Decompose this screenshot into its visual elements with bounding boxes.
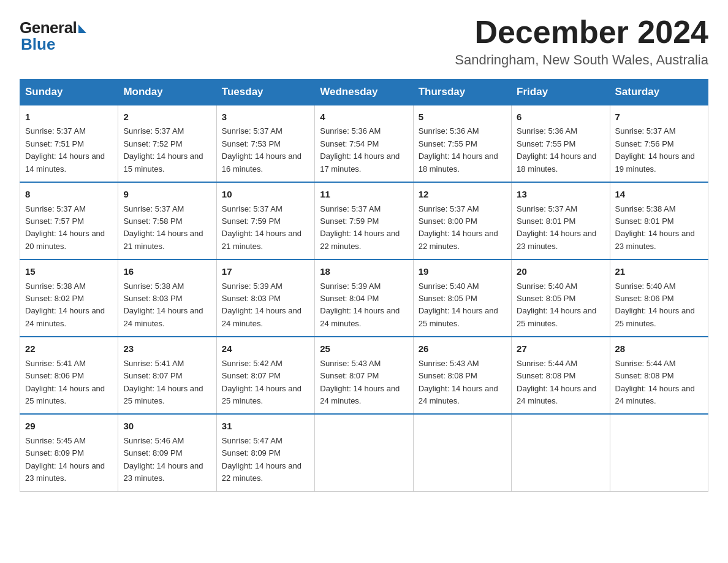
day-number: 17 [222,264,309,278]
day-info: Sunrise: 5:40 AMSunset: 8:05 PMDaylight:… [419,282,498,328]
day-info: Sunrise: 5:36 AMSunset: 7:55 PMDaylight:… [517,126,596,173]
day-info: Sunrise: 5:40 AMSunset: 8:05 PMDaylight:… [517,282,596,328]
day-info: Sunrise: 5:38 AMSunset: 8:03 PMDaylight:… [123,282,203,328]
logo-arrow-icon [78,25,86,33]
header-friday: Friday [512,80,610,105]
calendar-cell: 26Sunrise: 5:43 AMSunset: 8:08 PMDayligh… [413,337,511,414]
calendar-cell: 5Sunrise: 5:36 AMSunset: 7:55 PMDaylight… [413,105,511,182]
calendar-week-row: 15Sunrise: 5:38 AMSunset: 8:02 PMDayligh… [20,259,708,337]
day-number: 27 [517,342,604,356]
header-wednesday: Wednesday [315,80,413,105]
calendar-cell: 13Sunrise: 5:37 AMSunset: 8:01 PMDayligh… [512,182,610,259]
day-info: Sunrise: 5:37 AMSunset: 7:52 PMDaylight:… [123,126,203,173]
day-number: 5 [419,110,506,124]
calendar-cell: 3Sunrise: 5:37 AMSunset: 7:53 PMDaylight… [216,105,314,182]
calendar-week-row: 29Sunrise: 5:45 AMSunset: 8:09 PMDayligh… [20,414,708,491]
day-number: 24 [222,342,309,356]
calendar-cell: 11Sunrise: 5:37 AMSunset: 7:59 PMDayligh… [315,182,413,259]
calendar-cell: 4Sunrise: 5:36 AMSunset: 7:54 PMDaylight… [315,105,413,182]
day-number: 19 [419,264,506,278]
calendar-cell: 28Sunrise: 5:44 AMSunset: 8:08 PMDayligh… [610,337,708,414]
calendar-cell: 27Sunrise: 5:44 AMSunset: 8:08 PMDayligh… [512,337,610,414]
day-number: 23 [123,342,211,356]
calendar-title: December 2024 [455,15,708,50]
calendar-week-row: 8Sunrise: 5:37 AMSunset: 7:57 PMDaylight… [20,182,708,259]
day-info: Sunrise: 5:47 AMSunset: 8:09 PMDaylight:… [222,436,301,483]
day-number: 9 [123,187,211,201]
calendar-cell: 1Sunrise: 5:37 AMSunset: 7:51 PMDaylight… [20,105,118,182]
day-info: Sunrise: 5:39 AMSunset: 8:03 PMDaylight:… [222,282,301,328]
day-number: 7 [615,110,703,124]
day-number: 15 [25,264,113,278]
day-number: 6 [517,110,604,124]
calendar-cell: 8Sunrise: 5:37 AMSunset: 7:57 PMDaylight… [20,182,118,259]
calendar-cell: 21Sunrise: 5:40 AMSunset: 8:06 PMDayligh… [610,259,708,337]
calendar-cell: 25Sunrise: 5:43 AMSunset: 8:07 PMDayligh… [315,337,413,414]
calendar-cell: 24Sunrise: 5:42 AMSunset: 8:07 PMDayligh… [216,337,314,414]
calendar-table: SundayMondayTuesdayWednesdayThursdayFrid… [20,79,708,491]
day-number: 10 [222,187,309,201]
day-number: 29 [25,419,113,433]
header-saturday: Saturday [610,80,708,105]
day-number: 12 [419,187,506,201]
day-number: 16 [123,264,211,278]
calendar-cell: 12Sunrise: 5:37 AMSunset: 8:00 PMDayligh… [413,182,511,259]
day-info: Sunrise: 5:37 AMSunset: 7:59 PMDaylight:… [222,204,301,251]
day-number: 22 [25,342,113,356]
calendar-cell: 2Sunrise: 5:37 AMSunset: 7:52 PMDaylight… [118,105,216,182]
day-info: Sunrise: 5:41 AMSunset: 8:06 PMDaylight:… [25,359,105,405]
day-info: Sunrise: 5:46 AMSunset: 8:09 PMDaylight:… [123,436,203,483]
logo: General Blue [20,18,86,54]
calendar-cell: 29Sunrise: 5:45 AMSunset: 8:09 PMDayligh… [20,414,118,491]
calendar-cell: 6Sunrise: 5:36 AMSunset: 7:55 PMDaylight… [512,105,610,182]
calendar-subtitle: Sandringham, New South Wales, Australia [455,52,708,68]
day-info: Sunrise: 5:37 AMSunset: 7:56 PMDaylight:… [615,126,695,173]
calendar-week-row: 1Sunrise: 5:37 AMSunset: 7:51 PMDaylight… [20,105,708,182]
calendar-cell: 22Sunrise: 5:41 AMSunset: 8:06 PMDayligh… [20,337,118,414]
calendar-cell: 15Sunrise: 5:38 AMSunset: 8:02 PMDayligh… [20,259,118,337]
day-info: Sunrise: 5:45 AMSunset: 8:09 PMDaylight:… [25,436,105,483]
page-header: General Blue December 2024 Sandringham, … [20,15,708,68]
day-number: 31 [222,419,309,433]
calendar-cell: 10Sunrise: 5:37 AMSunset: 7:59 PMDayligh… [216,182,314,259]
calendar-cell: 19Sunrise: 5:40 AMSunset: 8:05 PMDayligh… [413,259,511,337]
calendar-cell: 20Sunrise: 5:40 AMSunset: 8:05 PMDayligh… [512,259,610,337]
day-number: 3 [222,110,309,124]
header-thursday: Thursday [413,80,511,105]
calendar-cell [315,414,413,491]
day-number: 30 [123,419,211,433]
day-number: 4 [320,110,408,124]
day-info: Sunrise: 5:43 AMSunset: 8:07 PMDaylight:… [320,359,400,405]
day-info: Sunrise: 5:38 AMSunset: 8:01 PMDaylight:… [615,204,695,251]
calendar-cell: 7Sunrise: 5:37 AMSunset: 7:56 PMDaylight… [610,105,708,182]
day-info: Sunrise: 5:36 AMSunset: 7:55 PMDaylight:… [419,126,498,173]
calendar-cell: 31Sunrise: 5:47 AMSunset: 8:09 PMDayligh… [216,414,314,491]
day-number: 14 [615,187,703,201]
calendar-cell: 14Sunrise: 5:38 AMSunset: 8:01 PMDayligh… [610,182,708,259]
day-number: 8 [25,187,113,201]
day-info: Sunrise: 5:37 AMSunset: 8:00 PMDaylight:… [419,204,498,251]
day-number: 20 [517,264,604,278]
day-info: Sunrise: 5:37 AMSunset: 7:51 PMDaylight:… [25,126,105,173]
day-info: Sunrise: 5:44 AMSunset: 8:08 PMDaylight:… [615,359,695,405]
day-info: Sunrise: 5:41 AMSunset: 8:07 PMDaylight:… [123,359,203,405]
calendar-header-row: SundayMondayTuesdayWednesdayThursdayFrid… [20,80,708,105]
day-info: Sunrise: 5:37 AMSunset: 7:57 PMDaylight:… [25,204,105,251]
calendar-cell: 17Sunrise: 5:39 AMSunset: 8:03 PMDayligh… [216,259,314,337]
calendar-cell: 23Sunrise: 5:41 AMSunset: 8:07 PMDayligh… [118,337,216,414]
day-info: Sunrise: 5:42 AMSunset: 8:07 PMDaylight:… [222,359,301,405]
calendar-cell: 18Sunrise: 5:39 AMSunset: 8:04 PMDayligh… [315,259,413,337]
day-number: 1 [25,110,113,124]
day-number: 25 [320,342,408,356]
calendar-cell: 16Sunrise: 5:38 AMSunset: 8:03 PMDayligh… [118,259,216,337]
calendar-cell [413,414,511,491]
calendar-week-row: 22Sunrise: 5:41 AMSunset: 8:06 PMDayligh… [20,337,708,414]
day-number: 11 [320,187,408,201]
header-sunday: Sunday [20,80,118,105]
day-info: Sunrise: 5:37 AMSunset: 8:01 PMDaylight:… [517,204,596,251]
day-info: Sunrise: 5:38 AMSunset: 8:02 PMDaylight:… [25,282,105,328]
day-info: Sunrise: 5:36 AMSunset: 7:54 PMDaylight:… [320,126,400,173]
day-number: 2 [123,110,211,124]
day-number: 18 [320,264,408,278]
day-number: 28 [615,342,703,356]
